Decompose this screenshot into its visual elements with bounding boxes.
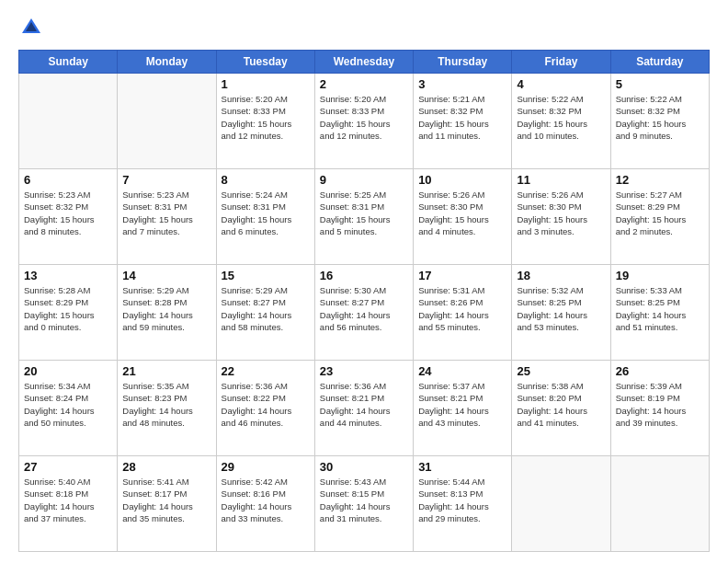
day-number: 24 bbox=[418, 364, 506, 378]
calendar-cell-20: 20Sunrise: 5:34 AM Sunset: 8:24 PM Dayli… bbox=[19, 361, 118, 456]
day-number: 5 bbox=[616, 77, 704, 91]
day-info: Sunrise: 5:36 AM Sunset: 8:22 PM Dayligh… bbox=[222, 380, 310, 429]
calendar-cell-16: 16Sunrise: 5:30 AM Sunset: 8:27 PM Dayli… bbox=[314, 265, 413, 361]
calendar-cell-18: 18Sunrise: 5:32 AM Sunset: 8:25 PM Dayli… bbox=[512, 265, 610, 361]
day-number: 1 bbox=[222, 77, 310, 91]
day-info: Sunrise: 5:33 AM Sunset: 8:25 PM Dayligh… bbox=[616, 284, 704, 333]
day-number: 6 bbox=[24, 173, 112, 187]
calendar-week-row-0: 1Sunrise: 5:20 AM Sunset: 8:33 PM Daylig… bbox=[19, 74, 710, 169]
day-info: Sunrise: 5:31 AM Sunset: 8:26 PM Dayligh… bbox=[418, 284, 506, 333]
day-info: Sunrise: 5:32 AM Sunset: 8:25 PM Dayligh… bbox=[517, 284, 605, 333]
calendar-header-wednesday: Wednesday bbox=[314, 51, 413, 74]
calendar-cell-14: 14Sunrise: 5:29 AM Sunset: 8:28 PM Dayli… bbox=[118, 265, 216, 361]
day-number: 12 bbox=[616, 173, 704, 187]
calendar-header-tuesday: Tuesday bbox=[216, 51, 314, 74]
day-number: 16 bbox=[320, 269, 408, 282]
calendar-cell-19: 19Sunrise: 5:33 AM Sunset: 8:25 PM Dayli… bbox=[610, 265, 709, 361]
calendar-cell-empty bbox=[19, 74, 118, 169]
calendar-cell-2: 2Sunrise: 5:20 AM Sunset: 8:33 PM Daylig… bbox=[314, 74, 413, 169]
day-number: 8 bbox=[222, 173, 310, 187]
day-info: Sunrise: 5:44 AM Sunset: 8:13 PM Dayligh… bbox=[418, 476, 506, 524]
day-info: Sunrise: 5:40 AM Sunset: 8:18 PM Dayligh… bbox=[24, 476, 112, 524]
calendar-cell-25: 25Sunrise: 5:38 AM Sunset: 8:20 PM Dayli… bbox=[512, 361, 610, 456]
calendar-table: SundayMondayTuesdayWednesdayThursdayFrid… bbox=[18, 50, 710, 552]
calendar-header-row: SundayMondayTuesdayWednesdayThursdayFrid… bbox=[19, 51, 710, 74]
day-info: Sunrise: 5:28 AM Sunset: 8:29 PM Dayligh… bbox=[24, 284, 112, 333]
calendar-cell-12: 12Sunrise: 5:27 AM Sunset: 8:29 PM Dayli… bbox=[610, 169, 709, 265]
day-info: Sunrise: 5:34 AM Sunset: 8:24 PM Dayligh… bbox=[24, 380, 112, 429]
day-info: Sunrise: 5:22 AM Sunset: 8:32 PM Dayligh… bbox=[517, 93, 605, 142]
calendar-cell-3: 3Sunrise: 5:21 AM Sunset: 8:32 PM Daylig… bbox=[414, 74, 512, 169]
calendar-cell-27: 27Sunrise: 5:40 AM Sunset: 8:18 PM Dayli… bbox=[19, 456, 118, 552]
calendar-cell-31: 31Sunrise: 5:44 AM Sunset: 8:13 PM Dayli… bbox=[414, 456, 512, 552]
day-info: Sunrise: 5:24 AM Sunset: 8:31 PM Dayligh… bbox=[222, 189, 310, 237]
day-number: 31 bbox=[418, 460, 506, 474]
day-number: 25 bbox=[517, 364, 605, 378]
calendar-cell-29: 29Sunrise: 5:42 AM Sunset: 8:16 PM Dayli… bbox=[216, 456, 314, 552]
logo-icon bbox=[18, 15, 44, 40]
calendar-cell-8: 8Sunrise: 5:24 AM Sunset: 8:31 PM Daylig… bbox=[216, 169, 314, 265]
calendar-week-row-4: 27Sunrise: 5:40 AM Sunset: 8:18 PM Dayli… bbox=[19, 456, 710, 552]
day-info: Sunrise: 5:36 AM Sunset: 8:21 PM Dayligh… bbox=[320, 380, 408, 429]
day-number: 15 bbox=[222, 269, 310, 282]
day-number: 21 bbox=[122, 364, 210, 378]
calendar-cell-4: 4Sunrise: 5:22 AM Sunset: 8:32 PM Daylig… bbox=[512, 74, 610, 169]
calendar-cell-21: 21Sunrise: 5:35 AM Sunset: 8:23 PM Dayli… bbox=[118, 361, 216, 456]
calendar-header-friday: Friday bbox=[512, 51, 610, 74]
calendar-cell-empty bbox=[118, 74, 216, 169]
calendar-cell-30: 30Sunrise: 5:43 AM Sunset: 8:15 PM Dayli… bbox=[314, 456, 413, 552]
calendar-cell-13: 13Sunrise: 5:28 AM Sunset: 8:29 PM Dayli… bbox=[19, 265, 118, 361]
day-number: 28 bbox=[122, 460, 210, 474]
day-info: Sunrise: 5:35 AM Sunset: 8:23 PM Dayligh… bbox=[122, 380, 210, 429]
day-info: Sunrise: 5:38 AM Sunset: 8:20 PM Dayligh… bbox=[517, 380, 605, 429]
page: SundayMondayTuesdayWednesdayThursdayFrid… bbox=[0, 0, 728, 563]
calendar-cell-empty bbox=[610, 456, 709, 552]
day-number: 18 bbox=[517, 269, 605, 282]
day-info: Sunrise: 5:41 AM Sunset: 8:17 PM Dayligh… bbox=[122, 476, 210, 524]
day-info: Sunrise: 5:43 AM Sunset: 8:15 PM Dayligh… bbox=[320, 476, 408, 524]
calendar-cell-1: 1Sunrise: 5:20 AM Sunset: 8:33 PM Daylig… bbox=[216, 74, 314, 169]
calendar-cell-6: 6Sunrise: 5:23 AM Sunset: 8:32 PM Daylig… bbox=[19, 169, 118, 265]
day-number: 20 bbox=[24, 364, 112, 378]
logo bbox=[18, 15, 48, 40]
calendar-cell-26: 26Sunrise: 5:39 AM Sunset: 8:19 PM Dayli… bbox=[610, 361, 709, 456]
day-number: 9 bbox=[320, 173, 408, 187]
calendar-header-saturday: Saturday bbox=[610, 51, 709, 74]
day-info: Sunrise: 5:25 AM Sunset: 8:31 PM Dayligh… bbox=[320, 189, 408, 237]
day-info: Sunrise: 5:23 AM Sunset: 8:31 PM Dayligh… bbox=[122, 189, 210, 237]
calendar-week-row-1: 6Sunrise: 5:23 AM Sunset: 8:32 PM Daylig… bbox=[19, 169, 710, 265]
day-number: 13 bbox=[24, 269, 112, 282]
day-number: 27 bbox=[24, 460, 112, 474]
day-info: Sunrise: 5:29 AM Sunset: 8:28 PM Dayligh… bbox=[122, 284, 210, 333]
calendar-week-row-2: 13Sunrise: 5:28 AM Sunset: 8:29 PM Dayli… bbox=[19, 265, 710, 361]
day-number: 14 bbox=[122, 269, 210, 282]
day-number: 3 bbox=[418, 77, 506, 91]
day-info: Sunrise: 5:37 AM Sunset: 8:21 PM Dayligh… bbox=[418, 380, 506, 429]
day-info: Sunrise: 5:30 AM Sunset: 8:27 PM Dayligh… bbox=[320, 284, 408, 333]
day-info: Sunrise: 5:21 AM Sunset: 8:32 PM Dayligh… bbox=[418, 93, 506, 142]
calendar-cell-23: 23Sunrise: 5:36 AM Sunset: 8:21 PM Dayli… bbox=[314, 361, 413, 456]
day-number: 17 bbox=[418, 269, 506, 282]
calendar-week-row-3: 20Sunrise: 5:34 AM Sunset: 8:24 PM Dayli… bbox=[19, 361, 710, 456]
calendar-header-sunday: Sunday bbox=[19, 51, 118, 74]
day-number: 30 bbox=[320, 460, 408, 474]
day-number: 22 bbox=[222, 364, 310, 378]
day-info: Sunrise: 5:26 AM Sunset: 8:30 PM Dayligh… bbox=[418, 189, 506, 237]
day-number: 29 bbox=[222, 460, 310, 474]
day-info: Sunrise: 5:26 AM Sunset: 8:30 PM Dayligh… bbox=[517, 189, 605, 237]
calendar-header-thursday: Thursday bbox=[414, 51, 512, 74]
calendar-header-monday: Monday bbox=[118, 51, 216, 74]
day-number: 26 bbox=[616, 364, 704, 378]
calendar-cell-24: 24Sunrise: 5:37 AM Sunset: 8:21 PM Dayli… bbox=[414, 361, 512, 456]
day-info: Sunrise: 5:27 AM Sunset: 8:29 PM Dayligh… bbox=[616, 189, 704, 237]
day-number: 4 bbox=[517, 77, 605, 91]
day-info: Sunrise: 5:39 AM Sunset: 8:19 PM Dayligh… bbox=[616, 380, 704, 429]
day-number: 2 bbox=[320, 77, 408, 91]
day-number: 10 bbox=[418, 173, 506, 187]
calendar-cell-empty bbox=[512, 456, 610, 552]
day-number: 23 bbox=[320, 364, 408, 378]
calendar-cell-28: 28Sunrise: 5:41 AM Sunset: 8:17 PM Dayli… bbox=[118, 456, 216, 552]
day-info: Sunrise: 5:29 AM Sunset: 8:27 PM Dayligh… bbox=[222, 284, 310, 333]
day-info: Sunrise: 5:22 AM Sunset: 8:32 PM Dayligh… bbox=[616, 93, 704, 142]
day-number: 11 bbox=[517, 173, 605, 187]
